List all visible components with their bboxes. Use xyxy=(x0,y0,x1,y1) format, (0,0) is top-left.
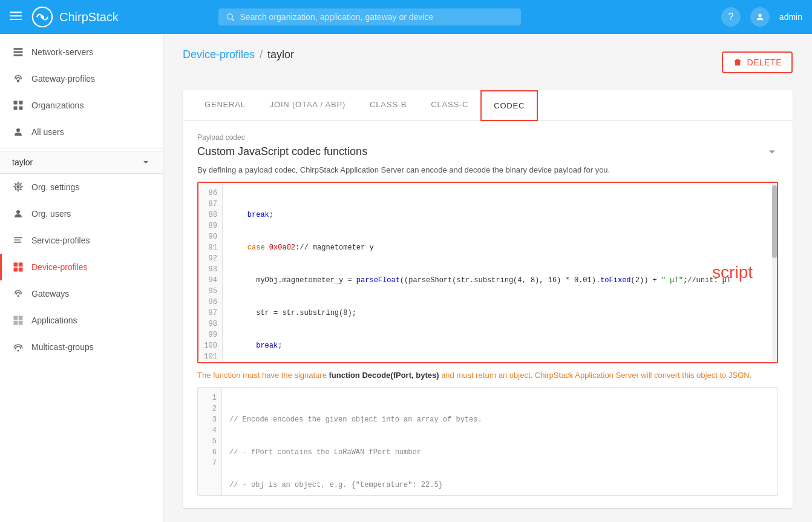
svg-point-11 xyxy=(18,80,19,82)
sidebar-label: Gateway-profiles xyxy=(31,74,95,84)
svg-rect-28 xyxy=(19,316,23,320)
org-selector[interactable]: taylor xyxy=(0,151,163,174)
svg-rect-12 xyxy=(14,101,18,105)
codec-select-row: Custom JavaScript codec functions xyxy=(197,145,778,158)
codec-section: Payload codec Custom JavaScript codec fu… xyxy=(183,121,793,508)
codec-description: By defining a payload codec, ChirpStack … xyxy=(197,165,778,174)
content-card: GENERAL JOIN (OTAA / ABP) CLASS-B CLASS-… xyxy=(183,90,793,508)
svg-point-7 xyxy=(758,14,761,17)
svg-rect-0 xyxy=(10,12,22,13)
scrollbar[interactable] xyxy=(772,183,777,362)
svg-rect-9 xyxy=(14,51,23,53)
device-profiles-icon xyxy=(12,261,24,273)
sidebar-item-all-users[interactable]: All users xyxy=(0,119,163,145)
code-content: break; case 0x0a02:// magnetometer y myO… xyxy=(223,183,777,362)
sidebar-label: Org. users xyxy=(31,209,71,219)
svg-rect-20 xyxy=(14,240,21,241)
search-input[interactable] xyxy=(240,12,514,22)
tab-codec[interactable]: CODEC xyxy=(480,90,538,121)
delete-button[interactable]: DELETE xyxy=(722,51,793,73)
sidebar-label: All users xyxy=(31,127,64,137)
main-content: Device-profiles / taylor DELETE GENERAL … xyxy=(163,34,812,522)
breadcrumb: Device-profiles / taylor xyxy=(183,48,294,61)
sidebar-item-org-users[interactable]: Org. users xyxy=(0,200,163,227)
org-users-icon xyxy=(12,208,24,220)
tab-general[interactable]: GENERAL xyxy=(192,90,258,121)
svg-point-4 xyxy=(41,15,44,18)
svg-rect-27 xyxy=(14,316,18,320)
sidebar-item-org-settings[interactable]: Org. settings xyxy=(0,174,163,200)
sidebar-label: Org. settings xyxy=(31,182,79,192)
svg-rect-14 xyxy=(14,107,18,110)
org-name: taylor xyxy=(12,157,33,167)
sidebar-item-network-servers[interactable]: Network-servers xyxy=(0,39,163,65)
search-bar[interactable] xyxy=(218,8,521,25)
chevron-down-icon xyxy=(141,157,151,167)
topnav-actions: ? admin xyxy=(721,7,802,27)
encode-code-editor[interactable]: 1 2 3 4 5 6 7 // Encode encodes the give… xyxy=(197,387,778,496)
sidebar-label: Service-profiles xyxy=(31,236,90,245)
tab-class-c[interactable]: CLASS-C xyxy=(419,90,480,121)
breadcrumb-link[interactable]: Device-profiles xyxy=(183,48,255,61)
sidebar-label: Gateways xyxy=(31,289,69,299)
sidebar: Network-servers Gateway-profiles Organiz… xyxy=(0,34,163,522)
network-servers-icon xyxy=(12,46,24,58)
svg-rect-13 xyxy=(19,101,23,105)
tab-join[interactable]: JOIN (OTAA / ABP) xyxy=(258,90,358,121)
svg-rect-10 xyxy=(14,55,23,56)
svg-rect-24 xyxy=(14,268,18,272)
encode-code-content: // Encode encodes the given object into … xyxy=(222,388,778,496)
svg-rect-8 xyxy=(14,48,23,50)
line-numbers: 86 87 88 89 90 91 92 93 94 95 96 97 xyxy=(198,183,223,362)
sidebar-item-applications[interactable]: Applications xyxy=(0,307,163,334)
service-profiles-icon xyxy=(12,234,24,246)
sidebar-label: Organizations xyxy=(31,101,83,110)
tab-bar: GENERAL JOIN (OTAA / ABP) CLASS-B CLASS-… xyxy=(183,90,793,121)
svg-line-6 xyxy=(232,19,234,21)
org-settings-icon xyxy=(12,181,24,193)
all-users-icon xyxy=(12,126,24,138)
svg-rect-23 xyxy=(19,263,23,267)
user-menu[interactable]: admin xyxy=(779,12,802,22)
svg-point-18 xyxy=(16,210,20,214)
payload-codec-label: Payload codec xyxy=(197,133,778,142)
dropdown-icon[interactable] xyxy=(766,146,778,158)
svg-rect-1 xyxy=(10,15,22,16)
multicast-groups-icon xyxy=(12,341,24,353)
svg-point-5 xyxy=(228,14,233,19)
svg-rect-21 xyxy=(14,242,21,243)
svg-rect-2 xyxy=(10,19,22,20)
codec-title: Custom JavaScript codec functions xyxy=(197,145,367,158)
trash-icon xyxy=(733,58,742,67)
top-navigation: ChirpStack ? admin xyxy=(0,0,812,34)
svg-point-26 xyxy=(18,295,19,297)
user-name: admin xyxy=(779,12,802,22)
tab-class-b[interactable]: CLASS-B xyxy=(358,90,419,121)
decode-info-text: The function must have the signature fun… xyxy=(197,371,778,380)
encode-line-numbers: 1 2 3 4 5 6 7 xyxy=(198,388,222,496)
svg-point-31 xyxy=(18,350,19,352)
scrollbar-thumb[interactable] xyxy=(772,185,777,258)
app-name: ChirpStack xyxy=(59,10,119,24)
user-avatar-icon[interactable] xyxy=(750,7,770,27)
decode-code-editor[interactable]: 86 87 88 89 90 91 92 93 94 95 96 97 xyxy=(197,182,778,363)
sidebar-item-device-profiles[interactable]: Device-profiles xyxy=(0,254,163,280)
sidebar-item-organizations[interactable]: Organizations xyxy=(0,92,163,119)
sidebar-label: Multicast-groups xyxy=(31,342,94,352)
svg-rect-29 xyxy=(14,321,18,325)
help-button[interactable]: ? xyxy=(721,7,741,27)
sidebar-item-multicast-groups[interactable]: Multicast-groups xyxy=(0,334,163,360)
svg-rect-25 xyxy=(19,268,23,272)
sidebar-item-gateway-profiles[interactable]: Gateway-profiles xyxy=(0,65,163,92)
gateway-profiles-icon xyxy=(12,73,24,85)
search-icon xyxy=(226,12,235,22)
svg-rect-19 xyxy=(14,237,22,239)
svg-rect-22 xyxy=(14,263,18,267)
applications-icon xyxy=(12,314,24,326)
hamburger-menu[interactable] xyxy=(10,10,22,25)
svg-point-17 xyxy=(17,185,20,188)
app-logo: ChirpStack xyxy=(31,6,119,28)
sidebar-item-gateways[interactable]: Gateways xyxy=(0,280,163,307)
sidebar-label: Applications xyxy=(31,316,77,325)
sidebar-item-service-profiles[interactable]: Service-profiles xyxy=(0,227,163,254)
